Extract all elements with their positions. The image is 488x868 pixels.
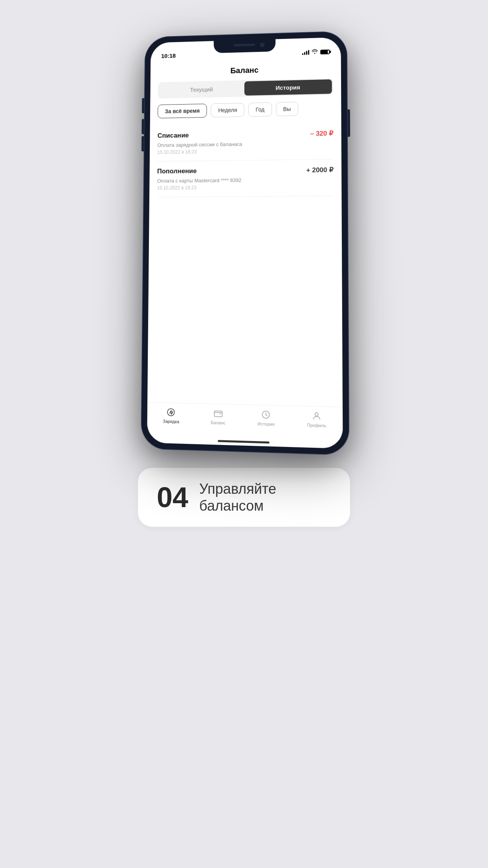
nav-label-profile: Профиль bbox=[307, 423, 326, 428]
tab-history[interactable]: История bbox=[244, 79, 332, 96]
transaction-amount-debit: – 320 ₽ bbox=[310, 129, 333, 138]
transaction-date: 15.10.2022 в 18:23 bbox=[157, 184, 334, 191]
nav-label-charging: Зарядка bbox=[163, 419, 179, 424]
signal-icon bbox=[302, 50, 309, 55]
transaction-title: Пополнение bbox=[157, 167, 197, 175]
profile-icon bbox=[311, 410, 322, 421]
wifi-icon bbox=[312, 49, 318, 55]
phone-mockup: 10:18 bbox=[141, 31, 349, 454]
nav-item-balance[interactable]: Баланс bbox=[211, 408, 226, 425]
transaction-row: Списание – 320 ₽ bbox=[158, 129, 334, 140]
nav-item-history[interactable]: История bbox=[257, 409, 274, 427]
notch bbox=[214, 39, 275, 53]
tab-current[interactable]: Текущий bbox=[159, 81, 244, 97]
history-icon bbox=[261, 409, 271, 420]
transaction-row: Пополнение + 2000 ₽ bbox=[157, 166, 334, 176]
app-content: Баланс Текущий История За всё время Неде… bbox=[147, 57, 343, 449]
period-filter: За всё время Неделя Год Вы bbox=[158, 101, 333, 118]
bottom-card: 04 Управляйтебалансом bbox=[138, 468, 350, 527]
phone-screen: 10:18 bbox=[147, 37, 343, 449]
svg-rect-1 bbox=[214, 411, 222, 417]
speaker-notch bbox=[234, 44, 255, 46]
transaction-desc: Оплата зарядной сессии с баланаса bbox=[158, 140, 334, 148]
period-all[interactable]: За всё время bbox=[158, 104, 207, 118]
nav-label-balance: Баланс bbox=[211, 420, 226, 425]
transaction-item: Списание – 320 ₽ Оплата зарядной сессии … bbox=[157, 123, 333, 162]
transaction-item: Пополнение + 2000 ₽ Оплата с карты Maste… bbox=[157, 160, 334, 197]
nav-item-profile[interactable]: Профиль bbox=[307, 410, 326, 428]
bottom-nav: Зарядка Баланс bbox=[147, 402, 343, 441]
period-year[interactable]: Год bbox=[248, 102, 272, 117]
svg-point-3 bbox=[315, 413, 318, 416]
scene: 10:18 bbox=[0, 0, 488, 868]
transaction-list: Списание – 320 ₽ Оплата зарядной сессии … bbox=[147, 123, 343, 406]
phone-frame: 10:18 bbox=[141, 31, 349, 454]
home-bar bbox=[218, 440, 270, 443]
camera-notch bbox=[260, 42, 265, 47]
status-time: 10:18 bbox=[161, 52, 176, 59]
status-icons bbox=[302, 49, 330, 55]
transaction-desc: Оплата с карты Mastercard **** 8392 bbox=[157, 177, 334, 184]
wallet-icon bbox=[213, 408, 223, 419]
transaction-title: Списание bbox=[158, 132, 189, 140]
period-week[interactable]: Неделя bbox=[211, 103, 245, 118]
nav-label-history: История bbox=[257, 421, 274, 427]
transaction-amount-credit: + 2000 ₽ bbox=[306, 166, 333, 175]
period-custom[interactable]: Вы bbox=[276, 102, 298, 116]
transaction-date: 15.10.2022 в 18:23 bbox=[157, 147, 333, 155]
card-text: Управляйтебалансом bbox=[199, 480, 276, 514]
card-number: 04 bbox=[157, 483, 188, 511]
nav-item-charging[interactable]: Зарядка bbox=[163, 407, 179, 424]
battery-icon bbox=[320, 49, 330, 54]
charging-icon bbox=[166, 407, 176, 417]
svg-point-0 bbox=[167, 408, 174, 416]
